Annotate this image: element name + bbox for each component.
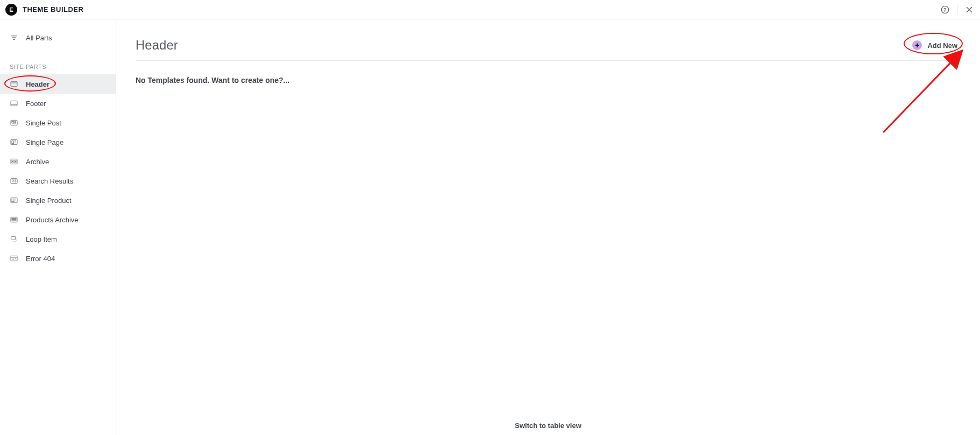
sidebar-item-label: Single Post — [26, 119, 61, 127]
single-page-icon — [10, 138, 18, 146]
svg-rect-21 — [12, 220, 13, 221]
help-icon[interactable] — [940, 4, 950, 15]
sidebar-section-label: SITE PARTS — [0, 46, 116, 74]
sidebar-all-parts-label: All Parts — [26, 34, 52, 42]
svg-rect-20 — [15, 218, 16, 219]
sidebar-item-label: Single Product — [26, 197, 72, 205]
svg-point-14 — [12, 180, 13, 181]
svg-rect-7 — [12, 141, 13, 143]
topbar: E THEME BUILDER — [0, 0, 980, 19]
svg-rect-8 — [11, 159, 17, 164]
sidebar-item-single-page[interactable]: Single Page — [0, 132, 116, 152]
svg-rect-24 — [11, 236, 16, 240]
topbar-title: THEME BUILDER — [23, 5, 83, 13]
sidebar-item-products-archive[interactable]: Products Archive — [0, 210, 116, 229]
svg-rect-18 — [12, 218, 13, 219]
sidebar-item-header[interactable]: Header — [0, 74, 116, 94]
header-icon — [10, 80, 18, 88]
svg-rect-5 — [12, 121, 13, 123]
svg-rect-17 — [11, 217, 17, 222]
archive-icon — [10, 157, 18, 166]
sidebar-item-archive[interactable]: Archive — [0, 152, 116, 171]
single-post-icon — [10, 118, 18, 127]
filter-icon — [10, 33, 18, 42]
main-header: Header + Add New — [136, 38, 961, 53]
footer-icon — [10, 99, 18, 108]
sidebar-item-label: Loop Item — [26, 235, 57, 243]
sidebar-item-error-404[interactable]: Error 404 — [0, 249, 116, 268]
sidebar-item-label: Header — [26, 80, 49, 88]
sidebar-item-label: Search Results — [26, 177, 73, 185]
sidebar-item-loop-item[interactable]: Loop Item — [0, 229, 116, 249]
sidebar-item-footer[interactable]: Footer — [0, 94, 116, 113]
svg-line-26 — [883, 52, 961, 132]
add-new-wrap: + Add New — [909, 38, 961, 52]
switch-to-table-view[interactable]: Switch to table view — [515, 422, 581, 430]
topbar-right — [940, 4, 975, 15]
products-archive-icon — [10, 215, 18, 224]
svg-rect-19 — [13, 218, 15, 219]
topbar-separator — [957, 5, 957, 15]
header-divider — [136, 60, 961, 61]
svg-rect-16 — [12, 199, 14, 201]
add-new-button[interactable]: + Add New — [909, 38, 961, 52]
svg-rect-25 — [11, 256, 17, 261]
sidebar-item-label: Single Page — [26, 138, 63, 146]
search-results-icon — [10, 177, 18, 185]
add-new-label: Add New — [927, 41, 957, 50]
svg-rect-9 — [12, 160, 13, 161]
svg-rect-2 — [11, 81, 17, 86]
close-icon[interactable] — [964, 4, 975, 15]
svg-rect-11 — [12, 162, 13, 163]
elementor-logo: E — [5, 4, 17, 16]
loop-item-icon — [10, 235, 18, 243]
single-product-icon — [10, 196, 18, 205]
sidebar-item-label: Footer — [26, 100, 46, 108]
main: Header + Add New No Templates found. Wan… — [116, 19, 980, 435]
svg-rect-3 — [11, 101, 17, 106]
annotation-arrow — [867, 41, 975, 138]
sidebar-item-label: Archive — [26, 158, 49, 166]
sidebar-item-single-product[interactable]: Single Product — [0, 191, 116, 210]
sidebar-all-parts[interactable]: All Parts — [0, 29, 116, 46]
empty-state-message: No Templates found. Want to create one?.… — [136, 76, 961, 85]
error-404-icon — [10, 254, 18, 263]
svg-rect-13 — [11, 178, 17, 183]
sidebar: All Parts SITE PARTS Header Footer Singl… — [0, 19, 116, 435]
svg-rect-12 — [15, 162, 16, 163]
svg-rect-22 — [13, 220, 15, 221]
sidebar-item-label: Error 404 — [26, 255, 55, 263]
svg-point-1 — [945, 11, 946, 12]
sidebar-item-single-post[interactable]: Single Post — [0, 113, 116, 132]
svg-rect-10 — [15, 160, 16, 161]
sidebar-item-label: Products Archive — [26, 216, 79, 224]
sidebar-item-search-results[interactable]: Search Results — [0, 171, 116, 191]
plus-icon: + — [912, 40, 922, 50]
topbar-left: E THEME BUILDER — [5, 4, 83, 16]
page-title: Header — [136, 38, 178, 53]
svg-point-0 — [941, 6, 949, 13]
svg-rect-23 — [15, 220, 16, 221]
